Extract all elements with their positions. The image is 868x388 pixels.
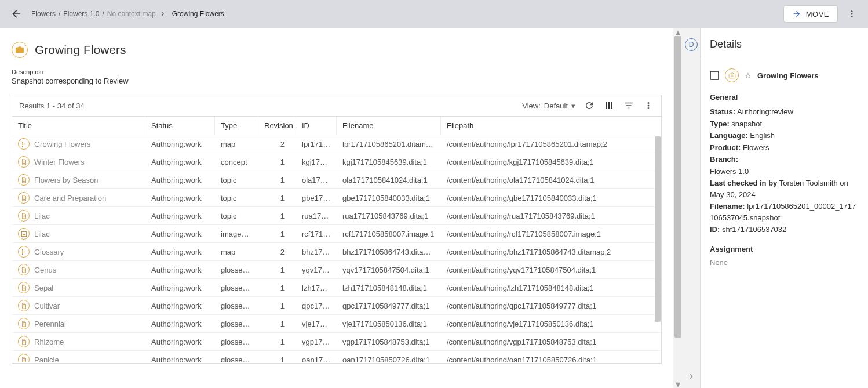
row-type: imageme... bbox=[215, 227, 258, 241]
col-title[interactable]: Title bbox=[12, 117, 145, 135]
row-title-link[interactable]: Lilac bbox=[34, 230, 50, 238]
row-title-link[interactable]: Flowers by Season bbox=[34, 176, 99, 184]
row-filepath: /content/authoring/lpr1717105865201.dita… bbox=[441, 137, 661, 151]
row-title-link[interactable]: Perennial bbox=[34, 320, 66, 328]
row-type: topic bbox=[215, 173, 258, 187]
row-filepath: /content/authoring/ola1717105841024.dita… bbox=[441, 173, 661, 187]
col-status[interactable]: Status bbox=[145, 117, 215, 135]
col-filename[interactable]: Filename bbox=[337, 117, 441, 135]
table-row[interactable]: PanicleAuthoring:workglossentry1oan1717.… bbox=[12, 351, 661, 362]
panel-collapse-button[interactable] bbox=[687, 372, 696, 381]
row-status: Authoring:work bbox=[145, 335, 215, 349]
scroll-down-icon[interactable]: ▾ bbox=[673, 380, 683, 388]
row-title-link[interactable]: Glossary bbox=[34, 248, 64, 256]
breadcrumb-item[interactable]: No context map bbox=[107, 10, 156, 18]
row-id: ola17171... bbox=[296, 173, 337, 187]
row-type: glossentry bbox=[215, 317, 258, 331]
scroll-thumb[interactable] bbox=[655, 136, 661, 322]
row-title-link[interactable]: Cultivar bbox=[34, 302, 60, 310]
row-revision: 1 bbox=[258, 353, 296, 362]
field-product: Product: Flowers bbox=[710, 142, 859, 154]
row-type-icon bbox=[18, 246, 30, 258]
breadcrumb-current: Growing Flowers bbox=[172, 10, 224, 18]
more-menu-button[interactable] bbox=[845, 7, 859, 21]
view-select[interactable]: View: Default ▾ bbox=[522, 101, 575, 110]
row-title-link[interactable]: Lilac bbox=[34, 212, 50, 220]
field-checkedin: Last checked in by Torsten Toolsmith on … bbox=[710, 177, 859, 200]
row-type: glossentry bbox=[215, 353, 258, 362]
row-filename: bhz1717105864743.ditamap;2 bbox=[337, 245, 441, 259]
row-status: Authoring:work bbox=[145, 281, 215, 295]
row-revision: 1 bbox=[258, 299, 296, 313]
row-status: Authoring:work bbox=[145, 299, 215, 313]
col-filepath[interactable]: Filepath bbox=[441, 117, 661, 135]
row-type: map bbox=[215, 245, 258, 259]
row-type-icon bbox=[18, 174, 30, 186]
row-type-icon bbox=[18, 282, 30, 293]
row-id: lzh17171... bbox=[296, 281, 337, 295]
details-title: Growing Flowers bbox=[757, 71, 818, 80]
breadcrumb-item[interactable]: Flowers 1.0 bbox=[63, 10, 99, 18]
table-row[interactable]: Growing FlowersAuthoring:workmap2lpr1717… bbox=[12, 135, 661, 153]
refresh-button[interactable] bbox=[583, 100, 595, 111]
row-filepath: /content/authoring/vgp1717105848753.dita… bbox=[441, 335, 661, 349]
favorite-button[interactable]: ☆ bbox=[745, 71, 752, 80]
row-title-link[interactable]: Care and Preparation bbox=[34, 194, 106, 202]
main-content: Growing Flowers Description Snapshot cor… bbox=[0, 28, 673, 388]
scroll-thumb[interactable] bbox=[674, 36, 681, 338]
row-status: Authoring:work bbox=[145, 137, 215, 151]
filter-button[interactable] bbox=[623, 100, 634, 111]
row-filename: rcf1717105858007.image;1 bbox=[337, 227, 441, 241]
details-toggle[interactable]: D bbox=[685, 38, 698, 51]
row-title-link[interactable]: Sepal bbox=[34, 284, 53, 292]
table-row[interactable]: Flowers by SeasonAuthoring:worktopic1ola… bbox=[12, 171, 661, 189]
row-status: Authoring:work bbox=[145, 209, 215, 223]
main-scrollbar[interactable]: ▴ ▾ bbox=[673, 28, 683, 388]
field-type: Type: snapshot bbox=[710, 118, 859, 130]
details-header: Details bbox=[701, 28, 868, 59]
row-type: glossentry bbox=[215, 299, 258, 313]
row-id: kgj17171... bbox=[296, 155, 337, 169]
table-more-button[interactable] bbox=[643, 100, 654, 111]
field-id: ID: shf1717106537032 bbox=[710, 224, 859, 235]
details-checkbox[interactable] bbox=[710, 71, 719, 80]
topbar: Flowers / Flowers 1.0 / No context map G… bbox=[0, 0, 868, 28]
general-label: General bbox=[710, 93, 859, 101]
table-row[interactable]: Care and PreparationAuthoring:worktopic1… bbox=[12, 189, 661, 207]
row-filename: rua1717105843769.dita;1 bbox=[337, 209, 441, 223]
col-revision[interactable]: Revision bbox=[258, 117, 296, 135]
columns-button[interactable] bbox=[603, 100, 615, 111]
row-filepath: /content/authoring/lzh1717105848148.dita… bbox=[441, 281, 661, 295]
row-title-link[interactable]: Panicle bbox=[34, 356, 59, 362]
table-header: Title Status Type Revision ID Filename F… bbox=[12, 117, 661, 135]
table-row[interactable]: SepalAuthoring:workglossentry1lzh17171..… bbox=[12, 279, 661, 297]
table-row[interactable]: Winter FlowersAuthoring:workconcept1kgj1… bbox=[12, 153, 661, 171]
description-text: Snapshot corresponding to Review bbox=[12, 77, 673, 85]
col-id[interactable]: ID bbox=[296, 117, 337, 135]
row-status: Authoring:work bbox=[145, 317, 215, 331]
scroll-up-icon[interactable]: ▴ bbox=[673, 28, 683, 36]
row-filepath: /content/authoring/yqv1717105847504.dita… bbox=[441, 263, 661, 277]
table-row[interactable]: RhizomeAuthoring:workglossentry1vgp1717.… bbox=[12, 333, 661, 351]
table-row[interactable]: LilacAuthoring:worktopic1rua17171...rua1… bbox=[12, 207, 661, 225]
table-scrollbar[interactable] bbox=[654, 136, 661, 363]
back-button[interactable] bbox=[9, 7, 23, 21]
table-row[interactable]: LilacAuthoring:workimageme...1rcf17171..… bbox=[12, 225, 661, 243]
move-button[interactable]: MOVE bbox=[783, 5, 838, 23]
table-row[interactable]: PerennialAuthoring:workglossentry1vje171… bbox=[12, 315, 661, 333]
row-title-link[interactable]: Winter Flowers bbox=[34, 158, 85, 166]
row-id: lpr17171... bbox=[296, 137, 337, 151]
table-row[interactable]: GlossaryAuthoring:workmap2bhz1717...bhz1… bbox=[12, 243, 661, 261]
row-title-link[interactable]: Rhizome bbox=[34, 338, 64, 346]
filter-icon bbox=[623, 100, 634, 111]
table-row[interactable]: CultivarAuthoring:workglossentry1qpc1717… bbox=[12, 297, 661, 315]
row-type-icon bbox=[18, 300, 30, 311]
breadcrumb-item[interactable]: Flowers bbox=[31, 10, 56, 18]
row-title-link[interactable]: Growing Flowers bbox=[34, 140, 91, 148]
field-filename: Filename: lpr1717105865201_00002_1717106… bbox=[710, 201, 859, 223]
row-status: Authoring:work bbox=[145, 191, 215, 205]
table-row[interactable]: GenusAuthoring:workglossentry1yqv1717...… bbox=[12, 261, 661, 279]
row-title-link[interactable]: Genus bbox=[34, 266, 56, 274]
col-type[interactable]: Type bbox=[215, 117, 258, 135]
row-filename: yqv1717105847504.dita;1 bbox=[337, 263, 441, 277]
